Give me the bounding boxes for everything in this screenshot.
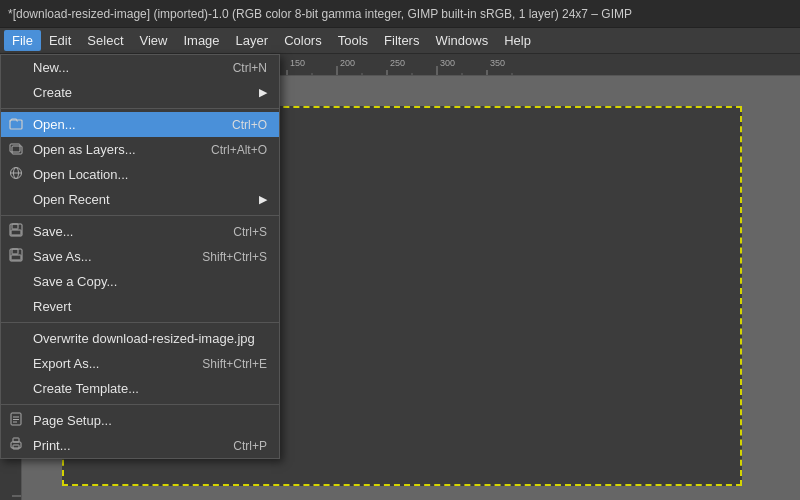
menu-save-as[interactable]: Save As... Shift+Ctrl+S	[1, 244, 279, 269]
menu-edit[interactable]: Edit	[41, 30, 79, 51]
menu-file[interactable]: File	[4, 30, 41, 51]
open-recent-arrow: ▶	[259, 193, 267, 206]
separator-1	[1, 108, 279, 109]
print-shortcut: Ctrl+P	[203, 439, 267, 453]
save-as-icon	[9, 248, 23, 265]
svg-text:150: 150	[290, 58, 305, 68]
save-label: Save...	[33, 224, 73, 239]
open-layers-shortcut: Ctrl+Alt+O	[181, 143, 267, 157]
svg-text:300: 300	[440, 58, 455, 68]
svg-text:250: 250	[390, 58, 405, 68]
svg-text:200: 200	[340, 58, 355, 68]
title-text: *[download-resized-image] (imported)-1.0…	[8, 7, 632, 21]
separator-3	[1, 322, 279, 323]
menu-new[interactable]: New... Ctrl+N	[1, 55, 279, 80]
menu-page-setup[interactable]: Page Setup...	[1, 408, 279, 433]
overwrite-label: Overwrite download-resized-image.jpg	[33, 331, 255, 346]
create-template-label: Create Template...	[33, 381, 139, 396]
menu-open-recent[interactable]: Open Recent ▶	[1, 187, 279, 212]
menu-tools[interactable]: Tools	[330, 30, 376, 51]
new-shortcut: Ctrl+N	[203, 61, 267, 75]
svg-rect-17	[13, 438, 19, 442]
menu-help[interactable]: Help	[496, 30, 539, 51]
menu-open[interactable]: Open... Ctrl+O	[1, 112, 279, 137]
open-icon	[9, 116, 23, 133]
title-bar: *[download-resized-image] (imported)-1.0…	[0, 0, 800, 28]
svg-rect-10	[12, 249, 18, 254]
save-as-shortcut: Shift+Ctrl+S	[172, 250, 267, 264]
menu-layer[interactable]: Layer	[228, 30, 277, 51]
open-label: Open...	[33, 117, 76, 132]
svg-rect-7	[12, 224, 18, 229]
print-icon	[9, 437, 23, 454]
menu-export-as[interactable]: Export As... Shift+Ctrl+E	[1, 351, 279, 376]
export-as-label: Export As...	[33, 356, 99, 371]
menu-create-template[interactable]: Create Template...	[1, 376, 279, 401]
menu-view[interactable]: View	[132, 30, 176, 51]
open-layers-icon	[9, 141, 23, 158]
create-arrow: ▶	[259, 86, 267, 99]
menu-open-location[interactable]: Open Location...	[1, 162, 279, 187]
file-dropdown: New... Ctrl+N Create ▶ Open... Ctrl+O	[0, 54, 280, 459]
menu-overwrite[interactable]: Overwrite download-resized-image.jpg	[1, 326, 279, 351]
open-layers-label: Open as Layers...	[33, 142, 136, 157]
menu-windows[interactable]: Windows	[427, 30, 496, 51]
menu-print[interactable]: Print... Ctrl+P	[1, 433, 279, 458]
menu-open-layers[interactable]: Open as Layers... Ctrl+Alt+O	[1, 137, 279, 162]
menu-save-copy[interactable]: Save a Copy...	[1, 269, 279, 294]
open-shortcut: Ctrl+O	[202, 118, 267, 132]
new-label: New...	[33, 60, 69, 75]
save-shortcut: Ctrl+S	[203, 225, 267, 239]
menu-colors[interactable]: Colors	[276, 30, 330, 51]
menu-image[interactable]: Image	[175, 30, 227, 51]
svg-rect-0	[10, 120, 22, 129]
svg-rect-8	[11, 230, 21, 235]
menu-filters[interactable]: Filters	[376, 30, 427, 51]
print-label: Print...	[33, 438, 71, 453]
revert-label: Revert	[33, 299, 71, 314]
menu-save[interactable]: Save... Ctrl+S	[1, 219, 279, 244]
menu-create[interactable]: Create ▶	[1, 80, 279, 105]
svg-text:350: 350	[490, 58, 505, 68]
open-location-label: Open Location...	[33, 167, 128, 182]
open-location-icon	[9, 166, 23, 183]
save-copy-label: Save a Copy...	[33, 274, 117, 289]
open-recent-label: Open Recent	[33, 192, 110, 207]
create-label: Create	[33, 85, 72, 100]
page-setup-icon	[9, 412, 23, 429]
export-as-shortcut: Shift+Ctrl+E	[172, 357, 267, 371]
save-icon	[9, 223, 23, 240]
page-setup-label: Page Setup...	[33, 413, 112, 428]
menu-revert[interactable]: Revert	[1, 294, 279, 319]
menu-select[interactable]: Select	[79, 30, 131, 51]
save-as-label: Save As...	[33, 249, 92, 264]
svg-rect-11	[11, 255, 21, 260]
separator-4	[1, 404, 279, 405]
separator-2	[1, 215, 279, 216]
menu-bar: File Edit Select View Image Layer Colors…	[0, 28, 800, 54]
